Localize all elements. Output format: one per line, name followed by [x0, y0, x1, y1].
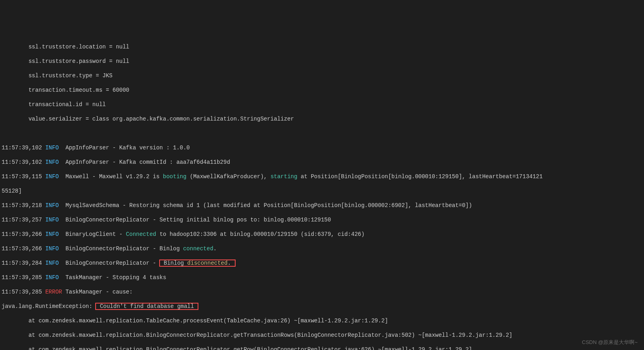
log-level-info: INFO [45, 274, 59, 281]
config-line: value.serializer = class org.apache.kafk… [2, 115, 642, 123]
log-level-info: INFO [45, 245, 59, 252]
stack-line: at com.zendesk.maxwell.replication.Binlo… [2, 346, 642, 350]
watermark: CSDN @原来是大华啊~ [582, 339, 638, 346]
terminal-output[interactable]: ssl.truststore.location = null ssl.trust… [0, 36, 644, 350]
log-level-info: INFO [45, 217, 59, 223]
log-line: 11:57:39,285 ERROR TaskManager - cause: [2, 288, 642, 296]
highlight-exception: Couldn't find database gmall [96, 303, 198, 310]
log-level-info: INFO [45, 159, 59, 165]
log-level-info: INFO [45, 231, 59, 237]
log-line: 11:57:39,266 INFO BinlogConnectorReplica… [2, 245, 642, 252]
log-level-info: INFO [45, 173, 59, 180]
log-level-info: INFO [45, 260, 59, 266]
highlight-disconnected: Binlog disconnected. [160, 260, 235, 266]
stack-line: at com.zendesk.maxwell.replication.Binlo… [2, 332, 642, 339]
log-level-error: ERROR [45, 289, 62, 295]
log-line: 11:57:39,102 INFO AppInfoParser - Kafka … [2, 159, 642, 166]
log-level-info: INFO [45, 202, 59, 209]
log-line: 11:57:39,257 INFO BinlogConnectorReplica… [2, 216, 642, 223]
config-line: ssl.truststore.password = null [2, 58, 642, 65]
blank-line [2, 130, 642, 137]
exception-line: java.lang.RuntimeException: Couldn't fin… [2, 303, 642, 310]
stack-line: at com.zendesk.maxwell.replication.Table… [2, 317, 642, 324]
log-line: 11:57:39,285 INFO TaskManager - Stopping… [2, 274, 642, 281]
log-line: 11:57:39,218 INFO MysqlSavedSchema - Res… [2, 202, 642, 209]
log-line: 11:57:39,115 INFO Maxwell - Maxwell v1.2… [2, 173, 642, 180]
config-line: ssl.truststore.location = null [2, 43, 642, 50]
config-line: transactional.id = null [2, 101, 642, 108]
log-line: 11:57:39,102 INFO AppInfoParser - Kafka … [2, 144, 642, 151]
log-line: 11:57:39,284 INFO BinlogConnectorReplica… [2, 259, 642, 267]
config-line: transaction.timeout.ms = 60000 [2, 86, 642, 94]
config-line: ssl.truststore.type = JKS [2, 72, 642, 79]
log-line-wrap: 55128] [2, 187, 642, 195]
log-level-info: INFO [45, 145, 59, 151]
log-line: 11:57:39,266 INFO BinaryLogClient - Conn… [2, 231, 642, 238]
